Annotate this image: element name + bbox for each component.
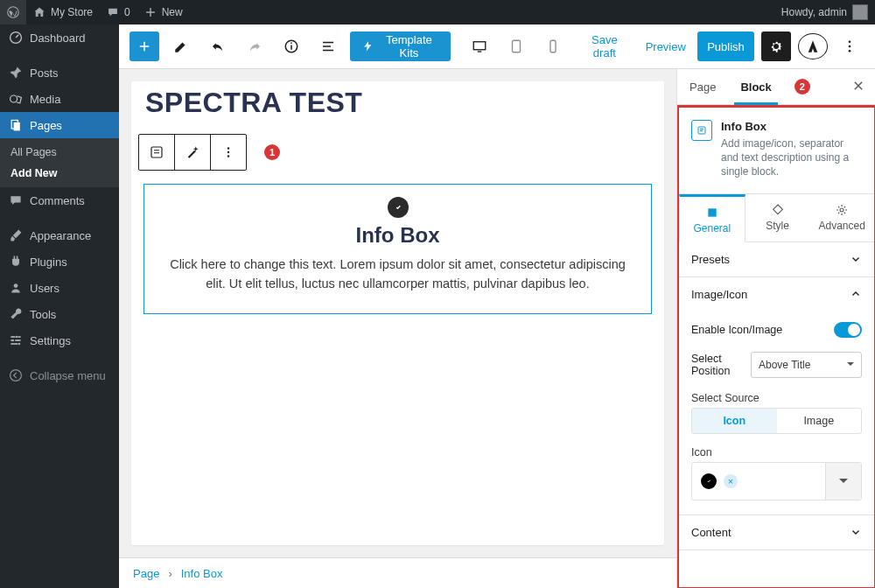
infobox-block-icon <box>388 197 409 218</box>
collapse-icon <box>9 368 23 382</box>
block-summary-title: Info Box <box>721 120 862 133</box>
sidebar-item-label: Settings <box>30 334 71 347</box>
edit-mode-button[interactable] <box>166 32 196 61</box>
undo-icon <box>210 38 226 54</box>
sidebar-item-label: Posts <box>30 66 59 80</box>
gear-icon <box>768 38 784 54</box>
sidebar-item-posts[interactable]: Posts <box>0 60 119 86</box>
save-draft-label: Save draft <box>582 33 627 60</box>
wp-logo[interactable] <box>0 0 26 24</box>
svg-rect-4 <box>14 122 20 131</box>
collapse-label: Collapse menu <box>30 369 106 382</box>
chevron-down-icon <box>850 526 862 538</box>
svg-rect-11 <box>473 42 486 50</box>
editor-header: Template Kits Save draft Preview Publish <box>119 24 875 69</box>
breadcrumb-root[interactable]: Page <box>133 567 159 580</box>
list-view-button[interactable] <box>313 32 343 61</box>
submenu-all-pages[interactable]: All Pages <box>0 142 119 163</box>
settings-toggle-button[interactable] <box>761 32 791 61</box>
infobox-icon <box>149 144 164 160</box>
svg-rect-17 <box>151 147 162 158</box>
block-type-button[interactable] <box>139 135 175 170</box>
svg-point-16 <box>849 50 851 52</box>
select-position-dropdown[interactable]: Above Title <box>751 352 862 378</box>
svg-point-9 <box>10 370 22 382</box>
infobox-heading[interactable]: Info Box <box>162 223 634 248</box>
close-settings-button[interactable] <box>842 80 875 94</box>
plus-icon <box>144 6 157 18</box>
sidebar-item-media[interactable]: Media <box>0 86 119 112</box>
publish-button[interactable]: Publish <box>697 32 754 61</box>
outline-icon <box>320 38 336 54</box>
home-icon <box>33 6 46 18</box>
enable-icon-toggle[interactable] <box>834 322 862 338</box>
source-image-option[interactable]: Image <box>777 409 862 433</box>
subtab-advanced[interactable]: Advanced <box>809 194 874 242</box>
canvas-area: SPECTRA TEST 1 Info Box Click her <box>119 69 676 588</box>
sidebar-item-users[interactable]: Users <box>0 275 119 301</box>
sidebar-item-tools[interactable]: Tools <box>0 301 119 327</box>
block-styles-button[interactable] <box>175 135 211 170</box>
more-vertical-icon <box>220 144 236 160</box>
tab-block[interactable]: Block <box>728 69 783 104</box>
svg-point-19 <box>228 151 229 153</box>
device-tablet[interactable] <box>501 32 531 61</box>
tablet-icon <box>508 38 524 54</box>
device-mobile[interactable] <box>538 32 568 61</box>
accordion-toggle-presets[interactable]: Presets <box>679 242 874 276</box>
submenu-add-new[interactable]: Add New <box>0 163 119 184</box>
template-kits-button[interactable]: Template Kits <box>350 32 451 61</box>
block-more-button[interactable] <box>211 135 246 170</box>
sliders-icon <box>9 333 23 347</box>
svg-point-20 <box>228 155 229 157</box>
info-button[interactable] <box>276 32 306 61</box>
gear-icon <box>835 203 849 217</box>
new-link[interactable]: New <box>137 0 190 24</box>
save-draft-button[interactable]: Save draft <box>575 32 634 61</box>
more-menu-button[interactable] <box>835 32 864 61</box>
breadcrumb-leaf[interactable]: Info Box <box>181 567 223 580</box>
account-link[interactable]: Howdy, admin <box>774 0 875 24</box>
sidebar-item-label: Dashboard <box>30 32 86 45</box>
redo-button[interactable] <box>240 32 270 61</box>
block-toolbar <box>138 134 247 171</box>
select-value: Above Title <box>759 359 810 371</box>
svg-rect-22 <box>708 208 716 216</box>
accordion-toggle-image-icon[interactable]: Image/Icon <box>679 277 874 312</box>
sidebar-item-comments[interactable]: Comments <box>0 187 119 214</box>
subtab-style[interactable]: Style <box>746 194 810 242</box>
sidebar-item-dashboard[interactable]: Dashboard <box>0 24 119 51</box>
page-title[interactable]: SPECTRA TEST <box>138 81 657 124</box>
sidebar-item-pages[interactable]: Pages <box>0 112 119 138</box>
svg-point-23 <box>840 208 844 212</box>
accordion-toggle-content[interactable]: Content <box>679 515 874 550</box>
chevron-up-icon <box>850 288 862 300</box>
infobox-block[interactable]: Info Box Click here to change this text.… <box>144 184 652 314</box>
collapse-menu[interactable]: Collapse menu <box>0 362 119 388</box>
site-link[interactable]: My Store <box>26 0 100 24</box>
block-summary: Info Box Add image/icon, separator and t… <box>679 108 874 194</box>
sidebar-item-settings[interactable]: Settings <box>0 327 119 354</box>
source-icon-option[interactable]: Icon <box>692 409 777 433</box>
undo-button[interactable] <box>203 32 233 61</box>
icon-picker-label: Icon <box>691 446 712 458</box>
svg-point-6 <box>16 336 18 339</box>
sidebar-item-plugins[interactable]: Plugins <box>0 248 119 275</box>
preview-button[interactable]: Preview <box>641 32 690 61</box>
astra-button[interactable] <box>798 33 828 60</box>
subtab-general[interactable]: General <box>679 194 746 242</box>
admin-sidebar: Dashboard Posts Media Pages All Pages Ad… <box>0 24 119 588</box>
inspector-tabs: General Style Advanced <box>679 194 874 242</box>
comments-link[interactable]: 0 <box>100 0 137 24</box>
sidebar-item-appearance[interactable]: Appearance <box>0 222 119 248</box>
add-block-button[interactable] <box>130 32 159 61</box>
avatar <box>852 4 868 20</box>
accordion-content: Content <box>679 515 874 550</box>
pages-submenu: All Pages Add New <box>0 138 119 187</box>
icon-dropdown-button[interactable] <box>825 463 861 500</box>
icon-remove-button[interactable]: × <box>724 474 738 488</box>
template-kits-label: Template Kits <box>380 33 438 60</box>
device-desktop[interactable] <box>465 32 494 61</box>
infobox-text[interactable]: Click here to change this text. Lorem ip… <box>162 255 634 294</box>
tab-page[interactable]: Page <box>677 69 728 104</box>
